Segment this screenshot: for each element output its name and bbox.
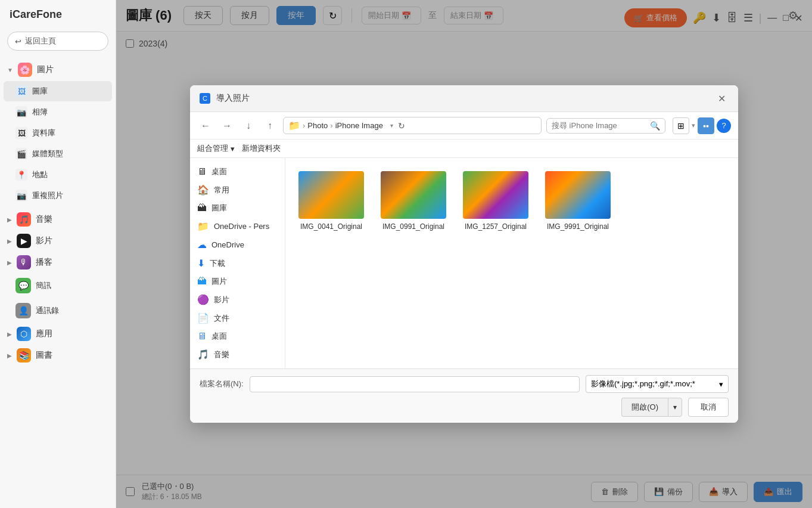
file-name-img3: IMG_1257_Original <box>465 222 527 232</box>
album-icon: 📷 <box>15 106 27 118</box>
mountain-icon: 🏔 <box>197 203 207 213</box>
library-icon: 🖼 <box>15 127 27 139</box>
breadcrumb-arrow: › <box>330 121 332 130</box>
breadcrumb[interactable]: 📁 › Photo › iPhone Image ▾ ↻ <box>283 117 542 134</box>
nav-down-button[interactable]: ↓ <box>240 117 257 134</box>
help-button[interactable]: ? <box>717 119 731 133</box>
breadcrumb-separator: › <box>303 121 305 130</box>
music-folder-icon: 🎵 <box>197 349 209 360</box>
sidebar-item-messages[interactable]: 💬 簡訊 <box>4 274 112 298</box>
tree-item-common[interactable]: 🏠 常用 <box>190 181 285 199</box>
desktop-icon: 🖥 <box>197 166 207 177</box>
tree-item-music[interactable]: 🎵 音樂 <box>190 345 285 364</box>
footer-row1: 檔案名稱(N): 影像檔(*.jpg;*.png;*.gif;*.mov;* ▾ <box>200 375 729 393</box>
apps-icon: ⬡ <box>17 327 31 341</box>
view-controls: ⊞ ▾ ▪▪ ? <box>673 117 731 134</box>
tree-item-pictures[interactable]: 🏔 圖片 <box>190 272 285 290</box>
dialog-close-button[interactable]: ✕ <box>714 91 729 106</box>
tree-item-desktop1[interactable]: 🖥 桌面 <box>190 163 285 181</box>
dialog-titlebar: C 導入照片 ✕ <box>190 85 738 112</box>
media-icon: 🎬 <box>15 148 27 160</box>
sidebar-item-library[interactable]: 🖼 資料庫 <box>4 123 112 143</box>
file-name-img1: IMG_0041_Original <box>300 222 362 232</box>
chevron-right-icon: ▶ <box>7 216 12 223</box>
documents-icon: 📄 <box>197 312 209 324</box>
app-logo: iCareFone <box>0 0 116 29</box>
file-name-img2: IMG_0991_Original <box>382 222 444 232</box>
file-item-img2[interactable]: IMG_0991_Original <box>375 165 452 238</box>
desktop2-icon: 🖥 <box>197 331 207 342</box>
file-item-img4[interactable]: IMG_9991_Original <box>539 165 617 238</box>
sidebar-group-books-header[interactable]: ▶ 📚 圖書 <box>0 345 116 366</box>
chevron-right-icon-2: ▶ <box>7 238 12 244</box>
chevron-right-icon-5: ▶ <box>7 352 12 359</box>
search-input[interactable] <box>552 121 648 130</box>
tree-item-library[interactable]: 🏔 圖庫 <box>190 199 285 217</box>
back-button[interactable]: ↩ 返回主頁 <box>7 32 108 51</box>
sidebar-item-gallery[interactable]: 🖼 圖庫 <box>4 81 112 101</box>
new-folder-button[interactable]: 新增資料夾 <box>242 143 281 154</box>
file-name-img4: IMG_9991_Original <box>547 222 609 232</box>
file-grid: IMG_0041_Original IMG_0991_Original IMG_… <box>285 158 738 368</box>
footer-row2: 開啟(O) ▾ 取消 <box>200 398 729 417</box>
file-thumbnail-img3 <box>463 171 528 219</box>
sidebar-item-duplicates[interactable]: 📷 重複照片 <box>4 185 112 206</box>
nav-up-button[interactable]: ↑ <box>262 117 278 134</box>
filetype-select[interactable]: 影像檔(*.jpg;*.png;*.gif;*.mov;* ▾ <box>586 375 729 393</box>
sidebar-group-music-header[interactable]: ▶ 🎵 音樂 <box>0 209 116 230</box>
music-icon: 🎵 <box>17 212 31 227</box>
organize-arrow-icon: ▾ <box>231 144 235 153</box>
dialog-body: 🖥 桌面 🏠 常用 🏔 圖庫 📁 OneDrive - Pers <box>190 158 738 368</box>
tree-item-onedrive-pers[interactable]: 📁 OneDrive - Pers <box>190 217 285 236</box>
sidebar-item-media[interactable]: 🎬 媒體類型 <box>4 144 112 164</box>
folder-tree: 🖥 桌面 🏠 常用 🏔 圖庫 📁 OneDrive - Pers <box>190 158 285 368</box>
cloud-icon: ☁ <box>197 239 207 250</box>
videos-folder-icon: 🟣 <box>197 294 209 305</box>
sidebar-item-places[interactable]: 📍 地點 <box>4 165 112 185</box>
sidebar-group-photos-header[interactable]: ▼ 🌸 圖片 <box>0 59 116 80</box>
file-item-img1[interactable]: IMG_0041_Original <box>293 165 370 238</box>
dialog-footer: 檔案名稱(N): 影像檔(*.jpg;*.png;*.gif;*.mov;* ▾… <box>190 368 738 423</box>
photos-icon: 🌸 <box>18 63 32 77</box>
folder-yellow-icon: 📁 <box>197 221 209 232</box>
view-detail-button[interactable]: ▪▪ <box>698 117 714 134</box>
books-icon: 📚 <box>17 348 31 363</box>
nav-back-button[interactable]: ← <box>197 117 214 134</box>
filename-input[interactable] <box>250 376 580 392</box>
download-folder-icon: ⬇ <box>197 258 205 269</box>
nav-forward-button[interactable]: → <box>219 117 235 134</box>
sidebar-group-apps-header[interactable]: ▶ ⬡ 應用 <box>0 323 116 345</box>
sidebar-item-contacts[interactable]: 👤 通訊錄 <box>4 299 112 323</box>
file-thumbnail-img2 <box>381 171 446 219</box>
dialog-title: 導入照片 <box>216 93 708 104</box>
sidebar-item-album[interactable]: 📷 相簿 <box>4 102 112 122</box>
tree-item-desktop2[interactable]: 🖥 桌面 <box>190 327 285 345</box>
tree-item-documents[interactable]: 📄 文件 <box>190 309 285 327</box>
chevron-right-icon-3: ▶ <box>7 259 12 266</box>
main-area: 🛒 查看價格 🔑 ⬇ 🗄 ☰ | — □ ✕ 圖庫 (6) 按天 按月 按年 ↻… <box>116 0 812 508</box>
open-button-group: 開啟(O) ▾ <box>621 398 682 417</box>
filename-label: 檔案名稱(N): <box>200 379 244 389</box>
open-button[interactable]: 開啟(O) <box>621 398 668 417</box>
breadcrumb-expand-icon[interactable]: ▾ <box>390 122 393 129</box>
tree-item-downloads[interactable]: ⬇ 下載 <box>190 254 285 272</box>
folder-icon: 📁 <box>288 120 300 131</box>
view-dropdown-arrow[interactable]: ▾ <box>692 122 695 129</box>
filetype-arrow-icon: ▾ <box>719 380 723 389</box>
search-bar: 🔍 <box>546 118 665 134</box>
pictures-icon: 🏔 <box>197 276 207 287</box>
cancel-button[interactable]: 取消 <box>688 398 729 417</box>
breadcrumb-refresh-button[interactable]: ↻ <box>398 121 405 131</box>
open-dropdown-button[interactable]: ▾ <box>668 398 682 417</box>
organize-button[interactable]: 組合管理 ▾ <box>197 143 235 154</box>
file-thumbnail-img4 <box>545 171 611 219</box>
tree-item-videos[interactable]: 🟣 影片 <box>190 290 285 309</box>
view-grid-button[interactable]: ⊞ <box>673 117 689 134</box>
file-item-img3[interactable]: IMG_1257_Original <box>457 165 534 238</box>
breadcrumb-photo: Photo <box>307 121 328 130</box>
tree-item-onedrive[interactable]: ☁ OneDrive <box>190 236 285 254</box>
sidebar-group-podcasts-header[interactable]: ▶ 🎙 播客 <box>0 252 116 273</box>
sidebar-group-videos-header[interactable]: ▶ ▶ 影片 <box>0 230 116 252</box>
chevron-down-icon: ▼ <box>7 67 13 73</box>
gallery-icon: 🖼 <box>15 85 27 97</box>
